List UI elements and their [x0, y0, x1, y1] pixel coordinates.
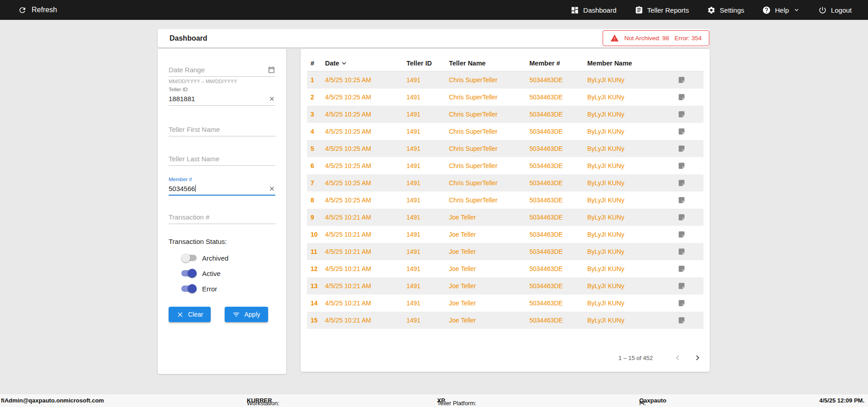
- column-header-date[interactable]: Date: [325, 59, 406, 67]
- note-icon[interactable]: [678, 127, 686, 136]
- row-teller-id: 1491: [406, 214, 449, 221]
- date-range-placeholder: Date Range: [169, 66, 268, 74]
- row-date: 4/5/25 10:25 AM: [325, 94, 406, 101]
- member-number-value: 5034566: [169, 185, 269, 192]
- table-row[interactable]: 11 4/5/25 10:21 AM 1491 Joe Teller 50344…: [307, 243, 703, 260]
- note-icon[interactable]: [678, 162, 686, 170]
- clear-teller-id-icon[interactable]: [269, 95, 275, 102]
- table-row[interactable]: 9 4/5/25 10:21 AM 1491 Joe Teller 503446…: [307, 209, 703, 226]
- row-teller-id: 1491: [406, 196, 449, 204]
- date-range-input[interactable]: Date Range: [169, 63, 275, 77]
- note-icon[interactable]: [678, 110, 686, 118]
- table-row[interactable]: 10 4/5/25 10:21 AM 1491 Joe Teller 50344…: [307, 226, 703, 243]
- row-number: 7: [311, 179, 325, 187]
- toggle-switch[interactable]: [181, 269, 197, 278]
- row-number: 6: [311, 162, 325, 169]
- warning-icon: [610, 34, 619, 42]
- row-teller-name: Chris SuperTeller: [449, 128, 529, 135]
- table-row[interactable]: 12 4/5/25 10:21 AM 1491 Joe Teller 50344…: [307, 260, 703, 277]
- row-member-number: 5034463DE: [529, 214, 587, 221]
- row-date: 4/5/25 10:21 AM: [325, 299, 406, 307]
- note-icon[interactable]: [678, 282, 686, 290]
- status-toggles: Archived Active Error: [169, 252, 275, 295]
- table-row[interactable]: 5 4/5/25 10:25 AM 1491 Chris SuperTeller…: [307, 140, 703, 157]
- table-row[interactable]: 8 4/5/25 10:25 AM 1491 Chris SuperTeller…: [307, 192, 703, 209]
- nav-item-settings[interactable]: Settings: [707, 6, 744, 14]
- row-teller-name: Chris SuperTeller: [449, 145, 529, 152]
- row-date: 4/5/25 10:25 AM: [325, 162, 406, 169]
- status-footer: fiAdmin@qaxpauto.onmicrosoft.com Worksta…: [0, 394, 868, 407]
- row-member-name: ByLyJI KUNy: [587, 231, 678, 238]
- power-icon: [818, 6, 827, 14]
- nav-item-help[interactable]: Help: [762, 6, 800, 14]
- toggle-switch[interactable]: [181, 253, 197, 262]
- row-teller-name: Joe Teller: [449, 231, 529, 238]
- row-teller-name: Chris SuperTeller: [449, 162, 529, 169]
- member-number-input[interactable]: 5034566: [169, 182, 275, 196]
- table-row[interactable]: 1 4/5/25 10:25 AM 1491 Chris SuperTeller…: [307, 71, 703, 89]
- toggle-label: Archived: [202, 254, 228, 262]
- note-icon[interactable]: [678, 145, 686, 153]
- teller-last-name-input[interactable]: Teller Last Name: [169, 152, 275, 166]
- column-header-member-name: Member Name: [587, 60, 678, 67]
- status-toggle[interactable]: Archived: [169, 252, 275, 264]
- row-member-number: 5034463DE: [529, 282, 587, 290]
- filter-icon: [232, 311, 240, 318]
- status-toggle[interactable]: Error: [169, 282, 275, 295]
- text-cursor: [195, 185, 196, 192]
- table-row[interactable]: 7 4/5/25 10:25 AM 1491 Chris SuperTeller…: [307, 174, 703, 192]
- teller-first-name-input[interactable]: Teller First Name: [169, 123, 275, 136]
- table-row[interactable]: 13 4/5/25 10:21 AM 1491 Joe Teller 50344…: [307, 277, 703, 295]
- row-member-name: ByLyJI KUNy: [587, 299, 678, 307]
- clear-member-number-icon[interactable]: [269, 185, 275, 192]
- table-row[interactable]: 4 4/5/25 10:25 AM 1491 Chris SuperTeller…: [307, 123, 703, 140]
- note-icon[interactable]: [678, 299, 686, 307]
- status-toggle[interactable]: Active: [169, 267, 275, 280]
- note-icon[interactable]: [678, 213, 686, 221]
- row-number: 4: [311, 128, 325, 135]
- toggle-switch[interactable]: [181, 284, 197, 293]
- row-teller-id: 1491: [406, 179, 449, 187]
- note-icon[interactable]: [678, 179, 686, 187]
- row-teller-name: Chris SuperTeller: [449, 179, 529, 187]
- row-number: 8: [311, 196, 325, 204]
- row-teller-name: Joe Teller: [449, 248, 529, 255]
- calendar-icon[interactable]: [268, 66, 275, 74]
- note-icon[interactable]: [678, 230, 686, 239]
- teller-first-name-placeholder: Teller First Name: [169, 126, 275, 133]
- nav-label: Logout: [831, 6, 852, 14]
- table-row[interactable]: 6 4/5/25 10:25 AM 1491 Chris SuperTeller…: [307, 157, 703, 174]
- note-icon[interactable]: [678, 93, 686, 101]
- fi-info: FI: Qaxpauto: [639, 397, 666, 404]
- table-header-row: # Date Teller ID Teller Name Member # Me…: [307, 55, 703, 71]
- refresh-button[interactable]: Refresh: [0, 6, 57, 14]
- nav-item-dashboard[interactable]: Dashboard: [571, 6, 616, 14]
- row-teller-id: 1491: [406, 111, 449, 118]
- table-row[interactable]: 14 4/5/25 10:21 AM 1491 Joe Teller 50344…: [307, 295, 703, 312]
- row-teller-name: Chris SuperTeller: [449, 94, 529, 101]
- nav-item-logout[interactable]: Logout: [818, 6, 852, 14]
- next-page-icon[interactable]: [693, 353, 703, 363]
- note-icon[interactable]: [678, 265, 686, 273]
- workstation-info: Workstation: KURRER: [247, 397, 272, 404]
- row-number: 3: [311, 111, 325, 118]
- chevron-down-icon: [793, 6, 800, 14]
- note-icon[interactable]: [678, 76, 686, 84]
- note-icon[interactable]: [678, 248, 686, 256]
- nav-label: Teller Reports: [647, 6, 689, 14]
- previous-page-icon[interactable]: [673, 353, 683, 363]
- table-row[interactable]: 3 4/5/25 10:25 AM 1491 Chris SuperTeller…: [307, 106, 703, 123]
- table-row[interactable]: 15 4/5/25 10:21 AM 1491 Joe Teller 50344…: [307, 312, 703, 329]
- logged-in-user: fiAdmin@qaxpauto.onmicrosoft.com: [1, 397, 104, 404]
- teller-id-input[interactable]: 1881881: [169, 92, 275, 106]
- note-icon[interactable]: [678, 196, 686, 204]
- nav-item-teller-reports[interactable]: Teller Reports: [635, 6, 689, 14]
- transaction-number-input[interactable]: Transaction #: [169, 211, 275, 224]
- row-teller-id: 1491: [406, 128, 449, 135]
- row-date: 4/5/25 10:25 AM: [325, 111, 406, 118]
- table-row[interactable]: 2 4/5/25 10:25 AM 1491 Chris SuperTeller…: [307, 89, 703, 106]
- apply-button[interactable]: Apply: [225, 307, 268, 322]
- row-teller-name: Joe Teller: [449, 299, 529, 307]
- note-icon[interactable]: [678, 316, 686, 324]
- clear-button[interactable]: Clear: [169, 307, 211, 322]
